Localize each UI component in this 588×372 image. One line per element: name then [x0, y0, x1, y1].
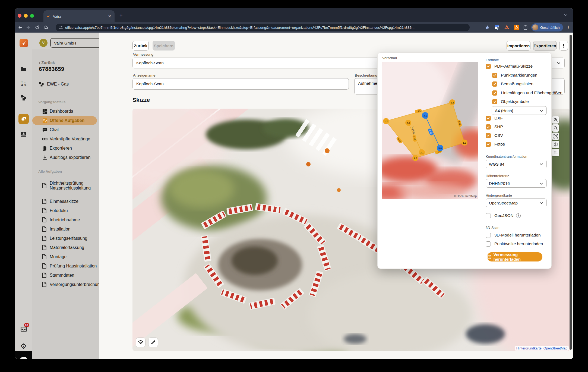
format-linienlaengen-checkbox[interactable]: Linienlängen und Flächengrößen — [492, 89, 562, 96]
tab-search-chevron-icon[interactable] — [564, 13, 568, 17]
new-tab-button[interactable]: + — [119, 12, 123, 18]
checkbox-checked-icon[interactable] — [486, 124, 491, 130]
back-button[interactable]: Zurück — [132, 41, 149, 51]
toggle-3d-button[interactable] — [552, 141, 559, 148]
task-item[interactable]: Dichtheitsprüfung Netzanschlussleitung — [32, 180, 99, 191]
task-item[interactable]: Versorgungsunterbrechung — [32, 281, 99, 288]
browser-tab[interactable]: Vaira ✕ — [43, 10, 115, 22]
sidebar-item-chat[interactable]: Chat — [32, 125, 99, 134]
inbox-icon[interactable]: 13 — [20, 325, 27, 332]
checkbox-checked-icon[interactable] — [486, 116, 491, 121]
checkbox-checked-icon[interactable] — [492, 73, 497, 78]
field-types-icon[interactable]: T̄♪&% — [20, 80, 27, 87]
page-icon — [42, 208, 47, 213]
checkbox-checked-icon[interactable] — [492, 90, 497, 96]
task-item[interactable]: Prüfung Hausinstallation — [32, 262, 99, 270]
map-attribution-link[interactable]: Hintergrundkarte: OpenStreetMap — [515, 346, 569, 351]
bookmark-star-icon[interactable] — [484, 24, 491, 31]
extension-sprocket-outline-icon[interactable] — [504, 24, 510, 31]
coordinate-transformation-select[interactable]: WGS 84 — [486, 160, 547, 168]
settings-gear-icon[interactable]: ⚙ — [20, 343, 27, 350]
extension-sprocket-solid-icon[interactable] — [513, 24, 520, 31]
format-pdf-checkbox[interactable]: PDF-Aufmaß-Skizze — [486, 63, 533, 70]
checkbox-checked-icon[interactable] — [486, 64, 491, 69]
anzeigename-input[interactable]: Kopfloch-Scan — [132, 78, 349, 90]
layers-button[interactable] — [136, 338, 146, 347]
format-punktmarkierungen-checkbox[interactable]: Punktmarkierungen — [492, 72, 537, 79]
extension-clipboard-icon[interactable] — [522, 24, 529, 31]
workflow-row[interactable]: EWE - Gas — [39, 81, 69, 87]
profile-avatar — [532, 24, 538, 30]
checkbox-checked-icon[interactable] — [486, 133, 491, 138]
sidebar-item-exportieren[interactable]: Exportieren — [32, 144, 99, 153]
window-minimize-button[interactable] — [24, 14, 28, 18]
draw-button[interactable] — [148, 338, 158, 347]
format-csv-checkbox[interactable]: CSV — [486, 132, 503, 139]
geojson-checkbox[interactable]: GeoJSON ? — [486, 212, 521, 219]
sidebar-item-auditlogs[interactable]: Auditlogs exportieren — [32, 153, 99, 162]
format-dxf-checkbox[interactable]: DXF — [486, 115, 503, 122]
import-button[interactable]: Importieren — [507, 41, 530, 51]
point-marker-blue: 3.1 — [422, 112, 428, 119]
format-objektsymbole-checkbox[interactable]: Objektsymbole — [492, 98, 529, 105]
checkbox-checked-icon[interactable] — [492, 81, 497, 87]
rail-item-processes-active[interactable] — [18, 114, 29, 124]
task-item[interactable]: Inbetriebnahme — [32, 216, 99, 224]
site-settings-icon[interactable] — [59, 26, 63, 30]
address-bar[interactable]: office.vaira.app/o/c7be7mnm5f1rdro8tg2g/… — [56, 24, 470, 31]
task-item[interactable]: Montage — [32, 253, 99, 261]
format-bemassungslinien-checkbox[interactable]: Bemaßungslinien — [492, 80, 533, 87]
back-icon[interactable] — [16, 24, 24, 31]
background-map-label: Hintergrundkarte — [486, 193, 512, 197]
more-options-button[interactable]: ⋮ — [559, 41, 568, 51]
checkbox-checked-icon[interactable] — [492, 99, 497, 104]
org-avatar[interactable]: V — [39, 39, 48, 47]
home-icon[interactable] — [42, 24, 50, 31]
task-item[interactable]: Materialerfassung — [32, 244, 99, 251]
zoom-out-button[interactable] — [552, 124, 559, 132]
checkbox-checked-icon[interactable] — [486, 142, 491, 147]
format-fotos-checkbox[interactable]: Fotos — [486, 141, 505, 148]
chevron-down-icon — [539, 109, 543, 113]
task-item[interactable]: Einmessskizze — [32, 198, 99, 205]
export-button[interactable]: Exportieren — [533, 41, 557, 51]
folder-icon[interactable] — [20, 66, 27, 73]
zoom-in-button[interactable] — [552, 116, 559, 124]
sidebar-item-dashboards[interactable]: Dashboards — [32, 107, 99, 116]
checkbox-unchecked[interactable] — [486, 241, 491, 247]
contacts-icon[interactable] — [20, 130, 27, 137]
browser-profile-chip[interactable]: Geschäftlich — [531, 23, 563, 31]
paper-format-select[interactable]: A4 (Hoch) — [492, 106, 547, 115]
task-item[interactable]: Fotodoku — [32, 207, 99, 215]
task-item[interactable]: Stammdaten — [32, 272, 99, 279]
checkbox-unchecked[interactable] — [486, 213, 491, 218]
save-button[interactable]: Speichern — [153, 41, 175, 51]
window-zoom-button[interactable] — [30, 14, 34, 18]
forward-icon[interactable] — [25, 24, 32, 31]
background-map-select[interactable]: OpenStreetMap — [486, 198, 547, 207]
fit-view-button[interactable] — [552, 133, 559, 140]
sidebar-item-verknuepfte-vorgaenge[interactable]: Verknüpfte Vorgänge — [32, 135, 99, 143]
extension-docs-icon[interactable]: 9+ — [494, 24, 500, 31]
vaira-logo-icon[interactable] — [20, 39, 28, 47]
window-close-button[interactable] — [18, 14, 21, 18]
browser-menu-icon[interactable]: ⋮ — [565, 24, 571, 31]
geojson-help-icon[interactable]: ? — [516, 213, 521, 218]
workflow-icon[interactable] — [20, 94, 27, 101]
pointcloud-download-checkbox[interactable]: Punktwolke herunterladen — [486, 240, 543, 247]
model-download-checkbox[interactable]: 3D-Modell herunterladen — [486, 232, 541, 239]
download-measurement-button[interactable]: Vermessung herunterladen — [487, 252, 542, 261]
sidebar-item-offene-aufgaben[interactable]: Offene Aufgaben — [32, 116, 97, 125]
checkbox-unchecked[interactable] — [486, 233, 491, 238]
help-button[interactable]: ? — [20, 357, 28, 359]
height-reference-select[interactable]: DHHN2016 — [486, 179, 547, 188]
reload-icon[interactable] — [33, 24, 41, 31]
chevron-down-icon — [539, 181, 543, 185]
page-scrollbar-thumb[interactable] — [570, 35, 572, 350]
point-density-button[interactable] — [552, 149, 559, 156]
tab-close-icon[interactable]: ✕ — [108, 14, 111, 19]
task-item[interactable]: Leistungserfassung — [32, 235, 99, 242]
task-item[interactable]: Installation — [32, 225, 99, 233]
back-link[interactable]: ‹ Zurück — [39, 60, 55, 65]
format-shp-checkbox[interactable]: SHP — [486, 123, 503, 130]
